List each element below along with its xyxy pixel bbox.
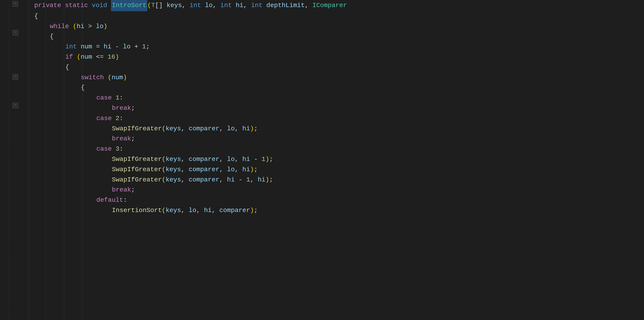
code-line-18: SwapIfGreater ( keys , comparer , hi - 1…	[34, 175, 644, 185]
code-line-20: default :	[34, 195, 644, 205]
code-line-19: break ;	[34, 185, 644, 195]
code-editor: − − − − private static void IntroSort	[0, 0, 644, 320]
code-line-9: {	[34, 83, 644, 93]
code-line-4: {	[34, 31, 644, 42]
code-line-2: {	[34, 11, 644, 21]
code-line-21: InsertionSort ( keys , lo , hi , compare…	[34, 205, 644, 216]
code-line-15: case 3 :	[34, 144, 644, 154]
function-introsort: IntroSort	[111, 0, 147, 11]
code-line-14: break ;	[34, 134, 644, 144]
fold-btn-1[interactable]: −	[12, 1, 18, 6]
code-line-7: {	[34, 62, 644, 73]
keyword-static: static	[65, 0, 88, 11]
code-content: private static void IntroSort ( T [] key…	[30, 0, 644, 320]
code-line-6: if ( num <= 16 )	[34, 52, 644, 62]
fold-btn-8[interactable]: −	[12, 103, 18, 108]
keyword-void: void	[92, 0, 107, 11]
code-line-17: SwapIfGreater ( keys , comparer , lo , h…	[34, 165, 644, 175]
keyword-private: private	[34, 0, 61, 11]
code-line-3: while ( hi > lo )	[34, 21, 644, 32]
code-line-5: int num = hi - lo + 1 ;	[34, 42, 644, 52]
code-line-10: case 1 :	[34, 93, 644, 103]
fold-btn-3[interactable]: −	[12, 30, 18, 35]
code-line-12: case 2 :	[34, 113, 644, 124]
code-line-16: SwapIfGreater ( keys , comparer , lo , h…	[34, 154, 644, 165]
code-line-11: break ;	[34, 103, 644, 113]
code-line-1: private static void IntroSort ( T [] key…	[34, 0, 644, 11]
editor-gutter: − − − −	[0, 0, 30, 320]
fold-btn-6[interactable]: −	[12, 74, 18, 80]
code-line-8: switch ( num )	[34, 73, 644, 83]
code-line-13: SwapIfGreater ( keys , comparer , lo , h…	[34, 124, 644, 134]
